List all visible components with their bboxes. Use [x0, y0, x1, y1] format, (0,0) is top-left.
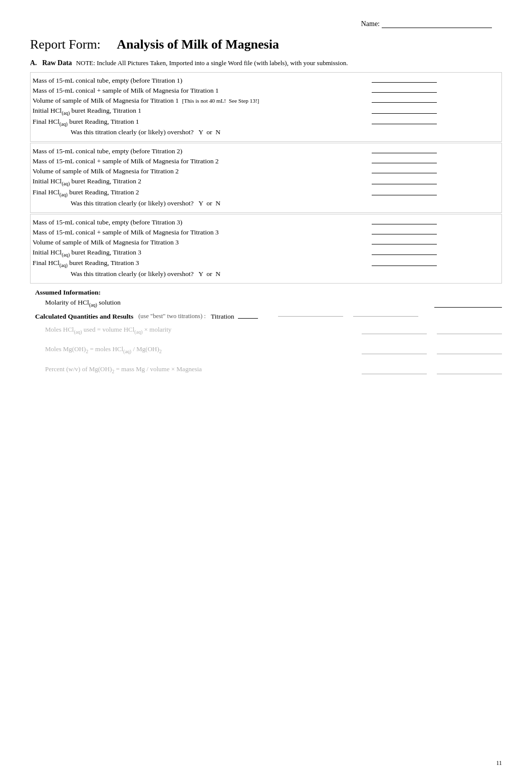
calc-header-value1	[278, 316, 343, 317]
field-label: Mass of 15-mL conical + sample of Milk o…	[31, 86, 370, 96]
field-value	[370, 187, 501, 198]
report-title-main: Analysis of Milk of Magnesia	[117, 37, 279, 52]
calc-note: (use "best" two titrations) :	[138, 313, 206, 320]
field-value	[370, 146, 501, 156]
field-value	[370, 96, 501, 106]
overshot-value	[370, 127, 501, 137]
name-label: Name:	[361, 20, 380, 28]
calc-row-1-value1	[362, 327, 427, 334]
calc-row-3-label: Percent (w/v) of Mg(OH)2 = mass Mg / vol…	[45, 365, 362, 374]
field-label: Initial HCl(aq) buret Reading, Titration…	[31, 106, 370, 117]
field-label: Final HCl(aq) buret Reading, Titration 1	[31, 117, 370, 128]
field-label: Mass of 15-mL conical tube, empty (befor…	[31, 146, 370, 156]
titration-2-block: Mass of 15-mL conical tube, empty (befor…	[30, 143, 502, 212]
overshot-value	[370, 269, 501, 279]
report-title-prefix: Report Form:	[30, 37, 101, 52]
table-row: Initial HCl(aq) buret Reading, Titration…	[31, 106, 501, 117]
table-row: Initial HCl(aq) buret Reading, Titration…	[31, 176, 501, 187]
field-value	[370, 217, 501, 227]
field-value	[370, 166, 501, 176]
field-value	[370, 106, 501, 117]
calc-row-1: Moles HCl(aq) used = volume HCl(aq) × mo…	[30, 326, 502, 335]
overshot-value	[370, 198, 501, 208]
field-label: Final HCl(aq) buret Reading, Titration 2	[31, 187, 370, 198]
molarity-label: Molarity of HCl(aq) solution	[45, 299, 434, 308]
overshot-label: Was this titration clearly (or likely) o…	[31, 127, 370, 137]
field-value	[370, 258, 501, 269]
section-a-label: A. Raw Data	[30, 59, 72, 67]
field-value	[370, 117, 501, 128]
table-row: Mass of 15-mL conical + sample of Milk o…	[31, 156, 501, 166]
table-row: Mass of 15-mL conical tube, empty (befor…	[31, 146, 501, 156]
field-value	[370, 237, 501, 247]
overshot-row: Was this titration clearly (or likely) o…	[31, 269, 501, 279]
calc-header-value2	[353, 316, 418, 317]
field-label: Mass of 15-mL conical + sample of Milk o…	[31, 227, 370, 237]
field-label: Volume of sample of Milk of Magnesia for…	[31, 96, 370, 106]
section-a-note: NOTE: Include All Pictures Taken, Import…	[76, 59, 348, 67]
table-row: Mass of 15-mL conical + sample of Milk o…	[31, 227, 501, 237]
calc-row-1-label: Moles HCl(aq) used = volume HCl(aq) × mo…	[45, 326, 362, 335]
calc-row-3-value2	[437, 367, 502, 374]
overshot-row: Was this titration clearly (or likely) o…	[31, 127, 501, 137]
table-row: Initial HCl(aq) buret Reading, Titration…	[31, 247, 501, 258]
titration-2-table: Mass of 15-mL conical tube, empty (befor…	[31, 146, 501, 208]
calc-row-2-label: Moles Mg(OH)2 = moles HCl(aq) / Mg(OH)2	[45, 345, 362, 354]
calc-row-2-value1	[362, 347, 427, 354]
table-row: Volume of sample of Milk of Magnesia for…	[31, 166, 501, 176]
field-label: Volume of sample of Milk of Magnesia for…	[31, 166, 370, 176]
titration-1-table: Mass of 15-mL conical tube, empty (befor…	[31, 76, 501, 137]
table-row: Final HCl(aq) buret Reading, Titration 2	[31, 187, 501, 198]
report-title: Report Form: Analysis of Milk of Magnesi…	[30, 37, 502, 52]
field-label: Volume of sample of Milk of Magnesia for…	[31, 237, 370, 247]
page-number: 11	[496, 759, 502, 767]
calc-title: Calculated Quantities and Results	[35, 313, 133, 321]
titration-3-table: Mass of 15-mL conical tube, empty (befor…	[31, 217, 501, 279]
field-value	[370, 86, 501, 96]
calc-row-1-value2	[437, 327, 502, 334]
field-label: Mass of 15-mL conical + sample of Milk o…	[31, 156, 370, 166]
calc-row-2: Moles Mg(OH)2 = moles HCl(aq) / Mg(OH)2	[30, 345, 502, 354]
field-value	[370, 76, 501, 86]
field-value	[370, 176, 501, 187]
field-label: Initial HCl(aq) buret Reading, Titration…	[31, 176, 370, 187]
field-label: Initial HCl(aq) buret Reading, Titration…	[31, 247, 370, 258]
overshot-label: Was this titration clearly (or likely) o…	[31, 198, 370, 208]
calc-header: Calculated Quantities and Results (use "…	[30, 313, 502, 321]
field-value	[370, 227, 501, 237]
field-label: Final HCl(aq) buret Reading, Titration 3	[31, 258, 370, 269]
field-label: Mass of 15-mL conical tube, empty (befor…	[31, 76, 370, 86]
assumed-title: Assumed Information:	[30, 289, 502, 297]
assumed-row: Molarity of HCl(aq) solution	[30, 299, 502, 308]
field-value	[370, 247, 501, 258]
table-row: Mass of 15-mL conical tube, empty (befor…	[31, 217, 501, 227]
table-row: Mass of 15-mL conical tube, empty (befor…	[31, 76, 501, 86]
table-row: Final HCl(aq) buret Reading, Titration 3	[31, 258, 501, 269]
table-row: Mass of 15-mL conical + sample of Milk o…	[31, 86, 501, 96]
name-section: Name:	[30, 20, 502, 28]
name-input-line	[382, 20, 492, 28]
molarity-value	[434, 301, 502, 308]
calc-row-3: Percent (w/v) of Mg(OH)2 = mass Mg / vol…	[30, 365, 502, 374]
titration-number-blank	[238, 318, 258, 319]
table-row: Volume of sample of Milk of Magnesia for…	[31, 96, 501, 106]
overshot-row: Was this titration clearly (or likely) o…	[31, 198, 501, 208]
field-value	[370, 156, 501, 166]
titration-label-text: Titration	[211, 313, 258, 321]
titration-3-block: Mass of 15-mL conical tube, empty (befor…	[30, 214, 502, 284]
field-label: Mass of 15-mL conical tube, empty (befor…	[31, 217, 370, 227]
calc-row-3-value1	[362, 367, 427, 374]
assumed-section: Assumed Information: Molarity of HCl(aq)…	[30, 289, 502, 308]
table-row: Volume of sample of Milk of Magnesia for…	[31, 237, 501, 247]
calculated-section: Calculated Quantities and Results (use "…	[30, 313, 502, 374]
section-a-header: A. Raw Data NOTE: Include All Pictures T…	[30, 59, 502, 67]
calc-row-2-value2	[437, 347, 502, 354]
table-row: Final HCl(aq) buret Reading, Titration 1	[31, 117, 501, 128]
overshot-label: Was this titration clearly (or likely) o…	[31, 269, 370, 279]
titration-1-block: Mass of 15-mL conical tube, empty (befor…	[30, 72, 502, 142]
